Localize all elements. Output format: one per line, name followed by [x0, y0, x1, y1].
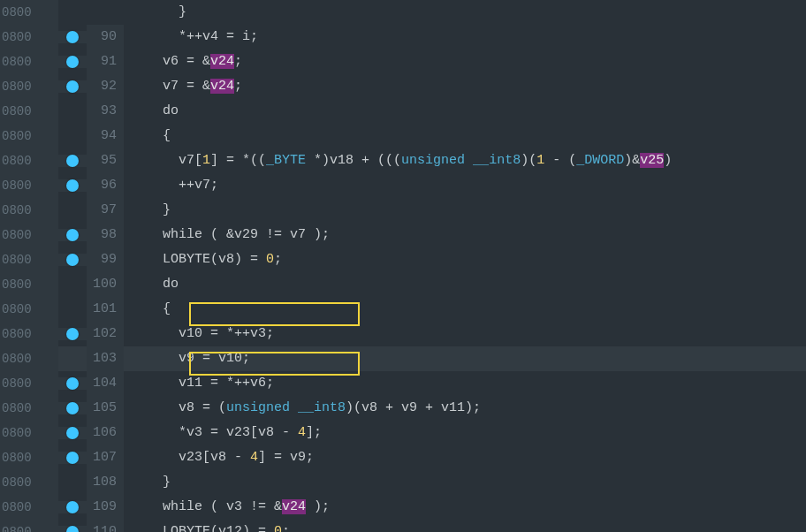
breakpoint-gutter[interactable] — [58, 80, 87, 93]
code-line[interactable]: 080097 } — [0, 198, 806, 223]
code-line[interactable]: 080090 *++v4 = i; — [0, 25, 806, 49]
highlighted-var: v24 — [282, 499, 306, 514]
code-line[interactable]: 0800105 v8 = (unsigned __int8)(v8 + v9 +… — [0, 396, 806, 421]
code-line[interactable]: 080096 ++v7; — [0, 173, 806, 198]
code-content[interactable]: *v3 = v23[v8 - 4]; — [124, 421, 806, 445]
line-number: 105 — [87, 396, 124, 421]
code-line[interactable]: 0800108 } — [0, 470, 806, 495]
code-content[interactable]: v7 = &v24; — [124, 74, 806, 99]
code-line[interactable]: 0800103 v9 = v10; — [0, 346, 806, 371]
breakpoint-icon[interactable] — [66, 56, 79, 68]
code-content[interactable]: while ( &v29 != v7 ); — [124, 223, 806, 247]
line-number: 98 — [87, 223, 124, 247]
code-line[interactable]: 080094 { — [0, 124, 806, 148]
line-number: 100 — [87, 272, 124, 297]
code-line[interactable]: 0800101 { — [0, 297, 806, 322]
address-col: 0800 — [0, 148, 58, 173]
breakpoint-icon[interactable] — [66, 526, 79, 532]
breakpoint-gutter[interactable] — [58, 179, 87, 192]
breakpoint-icon[interactable] — [66, 452, 79, 464]
line-number: 94 — [87, 124, 124, 148]
code-content[interactable]: } — [124, 470, 806, 495]
code-content[interactable]: ++v7; — [124, 173, 806, 198]
code-content[interactable]: v23[v8 - 4] = v9; — [124, 445, 806, 470]
line-number: 90 — [87, 25, 124, 49]
breakpoint-gutter[interactable] — [58, 229, 87, 241]
code-content[interactable]: } — [124, 198, 806, 223]
code-content[interactable]: LOBYTE(v12) = 0; — [124, 520, 806, 532]
line-number: 104 — [87, 371, 124, 396]
line-number: 97 — [87, 198, 124, 223]
breakpoint-gutter[interactable] — [58, 254, 87, 266]
line-number: 102 — [87, 322, 124, 346]
breakpoint-gutter[interactable] — [58, 526, 87, 532]
code-line[interactable]: 080093 do — [0, 99, 806, 124]
code-line[interactable]: 080099 LOBYTE(v8) = 0; — [0, 247, 806, 272]
code-content[interactable]: v10 = *++v3; — [124, 322, 806, 346]
code-content[interactable]: while ( v3 != &v24 ); — [124, 495, 806, 520]
line-number: 99 — [87, 247, 124, 272]
line-number: 107 — [87, 445, 124, 470]
breakpoint-gutter[interactable] — [58, 452, 87, 464]
address-col: 0800 — [0, 173, 58, 198]
code-line[interactable]: 0800106 *v3 = v23[v8 - 4]; — [0, 421, 806, 445]
code-line[interactable]: 080098 while ( &v29 != v7 ); — [0, 223, 806, 247]
code-content[interactable]: LOBYTE(v8) = 0; — [124, 247, 806, 272]
breakpoint-icon[interactable] — [66, 229, 79, 241]
code-line[interactable]: 0800107 v23[v8 - 4] = v9; — [0, 445, 806, 470]
breakpoint-gutter[interactable] — [58, 377, 87, 390]
code-line[interactable]: 0800104 v11 = *++v6; — [0, 371, 806, 396]
line-number: 106 — [87, 421, 124, 445]
code-content[interactable]: v11 = *++v6; — [124, 371, 806, 396]
breakpoint-gutter[interactable] — [58, 56, 87, 68]
line-number: 96 — [87, 173, 124, 198]
code-line[interactable]: 0800100 do — [0, 272, 806, 297]
code-line[interactable]: 080095 v7[1] = *((_BYTE *)v18 + (((unsig… — [0, 148, 806, 173]
code-line[interactable]: 0800 } — [0, 0, 806, 25]
breakpoint-gutter[interactable] — [58, 155, 87, 167]
line-number: 110 — [87, 520, 124, 532]
breakpoint-icon[interactable] — [66, 179, 79, 192]
line-number: 109 — [87, 495, 124, 520]
code-content[interactable]: do — [124, 99, 806, 124]
code-line[interactable]: 0800102 v10 = *++v3; — [0, 322, 806, 346]
code-content[interactable]: v6 = &v24; — [124, 49, 806, 74]
breakpoint-icon[interactable] — [66, 427, 79, 439]
breakpoint-gutter[interactable] — [58, 402, 87, 414]
breakpoint-icon[interactable] — [66, 328, 79, 340]
breakpoint-icon[interactable] — [66, 254, 79, 266]
code-content[interactable]: { — [124, 124, 806, 148]
code-content[interactable]: *++v4 = i; — [124, 25, 806, 49]
code-content[interactable]: do — [124, 272, 806, 297]
breakpoint-icon[interactable] — [66, 377, 79, 390]
breakpoint-icon[interactable] — [66, 155, 79, 167]
breakpoint-gutter[interactable] — [58, 328, 87, 340]
line-number: 101 — [87, 297, 124, 322]
breakpoint-gutter[interactable] — [58, 427, 87, 439]
breakpoint-icon[interactable] — [66, 31, 79, 43]
breakpoint-gutter[interactable] — [58, 31, 87, 43]
code-line[interactable]: 0800110 LOBYTE(v12) = 0; — [0, 520, 806, 532]
code-editor: 0800 }080090 *++v4 = i;080091 v6 = &v24;… — [0, 0, 806, 532]
line-number: 92 — [87, 74, 124, 99]
highlighted-var: v24 — [210, 54, 234, 69]
address-col: 0800 — [0, 74, 58, 99]
breakpoint-icon[interactable] — [66, 402, 79, 414]
code-content[interactable]: v9 = v10; — [124, 346, 806, 371]
breakpoint-icon[interactable] — [66, 80, 79, 93]
breakpoint-icon[interactable] — [66, 501, 79, 513]
code-content[interactable]: { — [124, 297, 806, 322]
code-line[interactable]: 080091 v6 = &v24; — [0, 49, 806, 74]
code-line[interactable]: 0800109 while ( v3 != &v24 ); — [0, 495, 806, 520]
address-col: 0800 — [0, 49, 58, 74]
address-col: 0800 — [0, 0, 58, 25]
address-col: 0800 — [0, 297, 58, 322]
line-number: 95 — [87, 148, 124, 173]
code-content[interactable]: v7[1] = *((_BYTE *)v18 + (((unsigned __i… — [124, 148, 806, 173]
address-col: 0800 — [0, 223, 58, 247]
code-content[interactable]: v8 = (unsigned __int8)(v8 + v9 + v11); — [124, 396, 806, 421]
breakpoint-gutter[interactable] — [58, 501, 87, 513]
code-content[interactable]: } — [124, 0, 806, 25]
address-col: 0800 — [0, 272, 58, 297]
code-line[interactable]: 080092 v7 = &v24; — [0, 74, 806, 99]
